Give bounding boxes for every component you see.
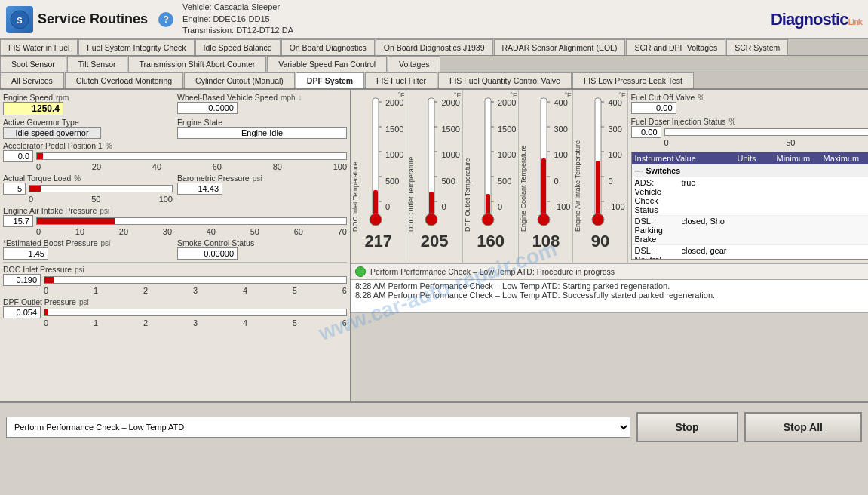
torque-value[interactable]: 5 bbox=[3, 183, 26, 195]
table-body: — Switches ADS: Vehicle Check Status tru… bbox=[632, 164, 868, 260]
engine-speed-value[interactable]: 1250.4 bbox=[3, 102, 63, 115]
therm-engine-intake: °F Engine Air Intake Temperature 4 bbox=[573, 90, 627, 263]
fuel-doser-bar bbox=[664, 128, 868, 136]
therm-doc-inlet-value: 217 bbox=[364, 232, 392, 251]
tab-fis-fuel-qty[interactable]: FIS Fuel Quantity Control Valve bbox=[438, 72, 572, 88]
svg-rect-8 bbox=[373, 190, 378, 215]
tab-all-services[interactable]: All Services bbox=[0, 72, 64, 88]
tab-fis-water[interactable]: FIS Water in Fuel bbox=[0, 39, 78, 55]
fuel-cutoff-unit: % bbox=[698, 94, 704, 102]
dpf-outlet-unit: psi bbox=[79, 298, 89, 306]
tab-idle-speed-balance[interactable]: Idle Speed Balance bbox=[195, 39, 281, 55]
help-icon[interactable]: ? bbox=[158, 12, 173, 27]
intake-value[interactable]: 15.7 bbox=[3, 215, 33, 227]
svg-point-17 bbox=[425, 214, 437, 226]
tab-fuel-system[interactable]: Fuel System Integrity Check bbox=[78, 39, 194, 55]
tab-on-board-j1939[interactable]: On Board Diagnostics J1939 bbox=[376, 39, 493, 55]
doc-inlet-bar bbox=[44, 276, 347, 284]
therm-doc-outlet-value: 205 bbox=[421, 232, 449, 251]
intake-unit: psi bbox=[100, 207, 109, 215]
tab-row-3: All Services Clutch Overload Monitoring … bbox=[0, 72, 868, 89]
svg-point-25 bbox=[482, 214, 494, 226]
wheel-speed-value[interactable]: 0.0000 bbox=[177, 102, 238, 114]
thermometers-row: °F DOC Inlet Temperature bbox=[351, 90, 868, 263]
boost-value[interactable]: 1.45 bbox=[3, 247, 48, 260]
therm-dpf-outlet-value: 160 bbox=[477, 232, 505, 251]
tab-row-2: Soot Sensor Tilt Sensor Transmission Shi… bbox=[0, 56, 868, 72]
dpf-outlet-label: DPF Outlet Pressure bbox=[3, 297, 76, 306]
tab-on-board[interactable]: On Board Diagnostics bbox=[281, 39, 375, 55]
table-section-label: Switches bbox=[646, 166, 681, 175]
col-min: Minimum bbox=[776, 154, 821, 163]
action-row: Perform Performance Check – Low Temp ATD… bbox=[0, 401, 868, 451]
tab-variable-fan[interactable]: Variable Speed Fan Control bbox=[267, 56, 387, 72]
accel-value[interactable]: 0.0 bbox=[3, 150, 33, 162]
doc-inlet-value[interactable]: 0.190 bbox=[3, 274, 41, 286]
tab-radar[interactable]: RADAR Sensor Alignment (EOL) bbox=[494, 39, 626, 55]
fuel-doser-value[interactable]: 0.00 bbox=[631, 126, 661, 138]
col-instrument: Instrument bbox=[635, 154, 674, 163]
therm-doc-inlet: °F DOC Inlet Temperature bbox=[351, 90, 406, 263]
procedure-dropdown[interactable]: Perform Performance Check – Low Temp ATD bbox=[6, 417, 630, 438]
vehicle-info: Vehicle: Cascadia-Sleeper Engine: DDEC16… bbox=[182, 2, 293, 36]
table-row: DSL: Neutral Switch closed, gear _06.0-N… bbox=[632, 245, 868, 260]
app-title: Service Routines bbox=[38, 11, 148, 27]
header: S Service Routines ? Vehicle: Cascadia-S… bbox=[0, 0, 868, 39]
smoke-value[interactable]: 0.00000 bbox=[177, 247, 238, 260]
brand-logo: DiagnosticLink bbox=[771, 10, 862, 29]
col-max: Maximum bbox=[823, 154, 868, 163]
tab-fis-fuel-filter[interactable]: FIS Fuel Filter bbox=[365, 72, 437, 88]
therm-engine-coolant: °F Engine Coolant Temperature 4003 bbox=[519, 90, 573, 263]
therm-doc-inlet-label: DOC Inlet Temperature bbox=[352, 96, 360, 232]
baro-unit: psi bbox=[253, 174, 262, 183]
tab-cylinder-cutout[interactable]: Cylinder Cutout (Manual) bbox=[184, 72, 295, 88]
log-area: 8:28 AM Perform Performance Check – Low … bbox=[351, 280, 868, 313]
log-line-1: 8:28 AM Perform Performance Check – Low … bbox=[355, 281, 863, 291]
engine-speed-unit: rpm bbox=[56, 94, 69, 102]
tab-clutch[interactable]: Clutch Overload Monitoring bbox=[65, 72, 183, 88]
tab-row-1: FIS Water in Fuel Fuel System Integrity … bbox=[0, 39, 868, 56]
tab-voltages[interactable]: Voltages bbox=[388, 56, 440, 72]
baro-value[interactable]: 14.43 bbox=[177, 183, 222, 195]
left-panel: Engine Speed rpm 1250.4 Wheel-Based Vehi… bbox=[0, 90, 351, 401]
app-icon: S bbox=[6, 6, 33, 33]
tab-dpf-system[interactable]: DPF System bbox=[296, 72, 364, 88]
log-line-2: 8:28 AM Perform Performance Check – Low … bbox=[355, 291, 863, 300]
fuel-doser-label: Fuel Doser Injection Status bbox=[631, 117, 726, 126]
intake-bar bbox=[36, 217, 347, 225]
engine-state-value: Engine Idle bbox=[177, 127, 347, 139]
therm-dpf-outlet: °F DPF Outlet Temperature 20001500 bbox=[463, 90, 519, 263]
svg-rect-32 bbox=[541, 158, 546, 215]
fuel-cutoff-label: Fuel Cut Off Valve bbox=[631, 93, 695, 102]
accel-bar bbox=[36, 152, 347, 160]
svg-point-41 bbox=[592, 214, 604, 226]
tab-fis-low-pressure[interactable]: FIS Low Pressure Leak Test bbox=[572, 72, 694, 88]
stop-button[interactable]: Stop bbox=[636, 412, 738, 442]
therm-engine-intake-value: 90 bbox=[591, 232, 609, 251]
fuel-section: Fuel Cut Off Valve % 0.00 Fuel Doser Inj… bbox=[628, 90, 868, 263]
therm-doc-outlet: °F DOC Outlet Temperature 20001500 bbox=[406, 90, 462, 263]
tab-scr-system[interactable]: SCR System bbox=[726, 39, 788, 55]
data-table-container: Instrument Value Units Minimum Maximum D… bbox=[631, 152, 868, 260]
svg-rect-24 bbox=[486, 194, 490, 215]
torque-bar bbox=[29, 185, 173, 192]
col-units: Units bbox=[737, 154, 774, 163]
fuel-cutoff-value[interactable]: 0.00 bbox=[631, 102, 676, 114]
therm-engine-coolant-svg bbox=[535, 94, 551, 230]
status-bar: Perform Performance Check – Low Temp ATD… bbox=[351, 263, 868, 280]
tab-tilt-sensor[interactable]: Tilt Sensor bbox=[67, 56, 127, 72]
dpf-outlet-value[interactable]: 0.054 bbox=[3, 306, 41, 318]
tab-transmission-abort[interactable]: Transmission Shift Abort Counter bbox=[128, 56, 267, 72]
tab-scr-dpf[interactable]: SCR and DPF Voltages bbox=[626, 39, 725, 55]
therm-engine-intake-label: Engine Air Intake Temperature bbox=[575, 96, 582, 232]
tab-soot-sensor[interactable]: Soot Sensor bbox=[0, 56, 66, 72]
col-value: Value bbox=[675, 154, 735, 163]
stop-all-button[interactable]: Stop All bbox=[744, 412, 862, 442]
smoke-label: Smoke Control Status bbox=[177, 238, 254, 247]
therm-engine-coolant-label: Engine Coolant Temperature bbox=[520, 96, 528, 232]
engine-speed-label: Engine Speed bbox=[3, 93, 53, 102]
governor-type-label: Active Governor Type bbox=[3, 118, 173, 127]
dpf-outlet-bar bbox=[44, 309, 347, 316]
svg-rect-16 bbox=[429, 192, 434, 215]
engine-state-label: Engine State bbox=[177, 118, 347, 127]
